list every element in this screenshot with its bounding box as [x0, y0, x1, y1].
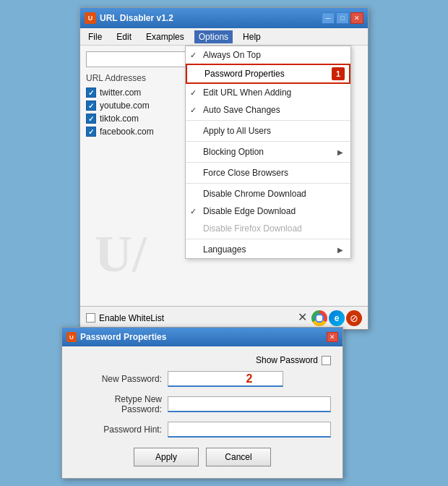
divider: [186, 141, 350, 142]
divider: [186, 239, 350, 239]
url-checkbox-facebook[interactable]: [86, 127, 96, 137]
password-hint-input[interactable]: [168, 422, 331, 438]
pwd-content: Show Password New Password: 2 Retype New…: [62, 346, 343, 478]
chrome-icon[interactable]: [311, 310, 327, 326]
menu-languages[interactable]: Languages ▶: [186, 241, 350, 258]
retype-password-row: Retype New Password:: [74, 394, 331, 414]
menu-disable-firefox-download: Disable Firefox Download: [186, 220, 350, 237]
main-title-bar: U URL Disabler v1.2 ─ □ ✕: [80, 8, 368, 28]
divider: [186, 120, 350, 121]
minimize-button[interactable]: ─: [322, 12, 335, 24]
new-password-wrapper: 2: [168, 371, 331, 387]
menu-always-on-top[interactable]: ✓ Always On Top: [186, 46, 350, 64]
url-label-facebook: facebook.com: [100, 127, 154, 137]
check-icon: ✓: [190, 106, 197, 115]
pwd-close-button[interactable]: ✕: [327, 332, 338, 342]
app-icon: U: [85, 12, 96, 24]
pwd-buttons: Apply Cancel: [74, 448, 331, 469]
check-icon: ✓: [190, 207, 197, 216]
divider: [186, 162, 350, 163]
arrow-icon: ▶: [337, 148, 343, 156]
url-label-tiktok: tiktok.com: [100, 114, 139, 124]
password-hint-label: Password Hint:: [74, 425, 168, 435]
divider: [186, 183, 350, 184]
pwd-app-icon: U: [66, 332, 77, 342]
password-dialog: U Password Properties ✕ Show Password Ne…: [61, 327, 343, 479]
retype-password-label: Retype New Password:: [74, 394, 168, 414]
check-icon: ✓: [190, 88, 197, 98]
cancel-button[interactable]: Cancel: [206, 448, 271, 466]
menu-edit[interactable]: Edit: [112, 30, 136, 43]
menu-auto-save-changes[interactable]: ✓ Auto Save Changes: [186, 101, 350, 119]
new-password-row: New Password: 2: [74, 371, 331, 387]
check-icon: ✓: [190, 51, 197, 60]
badge-1: 1: [332, 67, 345, 80]
menu-file[interactable]: File: [84, 30, 106, 43]
password-hint-row: Password Hint:: [74, 422, 331, 438]
menu-apply-to-all-users[interactable]: Apply to All Users: [186, 122, 350, 140]
browser-icons: ✕ e ⊘: [298, 310, 362, 326]
pwd-title-bar: U Password Properties ✕: [62, 328, 343, 346]
url-checkbox-twitter[interactable]: [86, 88, 96, 98]
title-bar-buttons: ─ □ ✕: [322, 12, 363, 24]
apply-button[interactable]: Apply: [134, 448, 199, 466]
whitelist-label: Enable WhiteList: [99, 313, 164, 323]
menu-force-close-browsers[interactable]: Force Close Browsers: [186, 164, 350, 182]
menu-bar: File Edit Examples Options Help: [80, 28, 368, 46]
menu-blocking-option[interactable]: Blocking Option ▶: [186, 143, 350, 161]
pwd-window-title: Password Properties: [80, 332, 166, 342]
retype-password-input[interactable]: [168, 396, 331, 412]
maximize-button[interactable]: □: [336, 12, 349, 24]
close-button[interactable]: ✕: [350, 12, 363, 24]
menu-password-properties[interactable]: Password Properties 1: [186, 64, 350, 84]
badge-2: 2: [246, 372, 253, 385]
window-title: URL Disabler v1.2: [100, 13, 173, 23]
url-label-twitter: twitter.com: [100, 88, 141, 98]
url-label-youtube: youtube.com: [100, 101, 150, 111]
menu-disable-chrome-download[interactable]: Disable Chrome Download: [186, 185, 350, 202]
pwd-title-left: U Password Properties: [66, 332, 166, 342]
status-bar: Enable WhiteList ✕ e ⊘: [80, 306, 368, 329]
edge-icon[interactable]: e: [329, 310, 345, 326]
menu-disable-edge-download[interactable]: ✓ Disable Edge Download: [186, 202, 350, 220]
new-password-label: New Password:: [74, 374, 168, 384]
new-password-input[interactable]: [168, 371, 283, 387]
show-password-label: Show Password: [256, 355, 318, 365]
whitelist-checkbox[interactable]: [86, 313, 95, 323]
url-checkbox-youtube[interactable]: [86, 101, 96, 111]
options-dropdown: ✓ Always On Top Password Properties 1 ✓ …: [185, 46, 351, 259]
menu-options[interactable]: Options: [194, 30, 233, 43]
delete-icon[interactable]: ✕: [298, 310, 307, 326]
main-content: URL Addresses twitter.com youtube.com ti…: [80, 46, 368, 306]
url-checkbox-tiktok[interactable]: [86, 114, 96, 124]
show-password-checkbox[interactable]: [322, 356, 331, 365]
menu-edit-url-when-adding[interactable]: ✓ Edit URL When Adding: [186, 84, 350, 101]
arrow-icon: ▶: [337, 246, 343, 254]
show-password-row: Show Password: [74, 355, 331, 365]
firefox-blocked-icon[interactable]: ⊘: [346, 310, 362, 326]
title-bar-left: U URL Disabler v1.2: [85, 12, 173, 24]
menu-help[interactable]: Help: [238, 30, 265, 43]
main-window: U URL Disabler v1.2 ─ □ ✕ File Edit Exam…: [79, 7, 369, 330]
status-left: Enable WhiteList: [86, 313, 164, 323]
menu-examples[interactable]: Examples: [142, 30, 189, 43]
